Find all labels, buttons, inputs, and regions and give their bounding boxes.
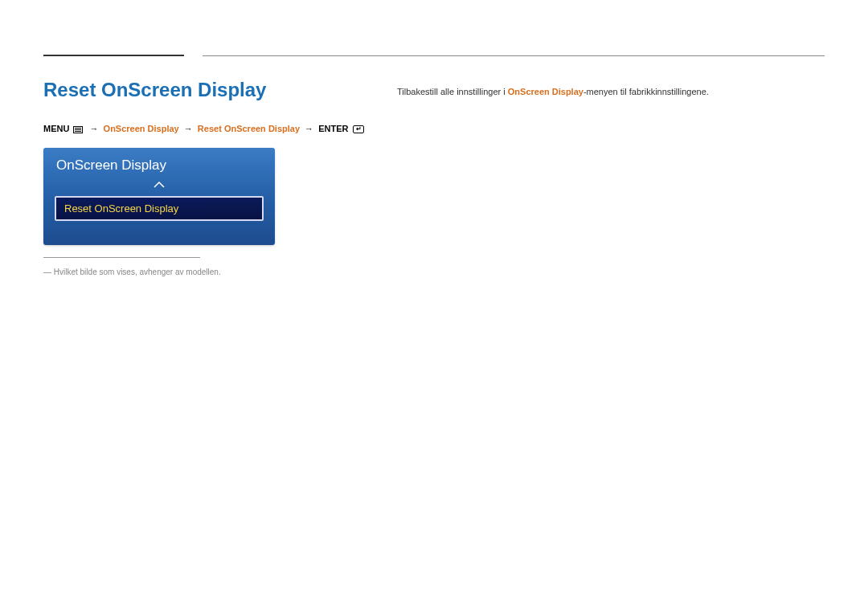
arrow-icon: → xyxy=(90,124,99,133)
breadcrumb-menu-label: MENU xyxy=(43,124,69,133)
section-title: Reset OnScreen Display xyxy=(43,79,365,101)
right-column: Tilbakestill alle innstillinger i OnScre… xyxy=(397,79,825,276)
arrow-icon: → xyxy=(184,124,193,133)
left-column: Reset OnScreen Display MENU → OnScreen D… xyxy=(43,79,365,276)
description-before: Tilbakestill alle innstillinger i xyxy=(397,87,508,96)
breadcrumb-path-2: Reset OnScreen Display xyxy=(198,124,300,133)
header-rule-left xyxy=(43,55,184,56)
footnote: ― Hvilket bilde som vises, avhenger av m… xyxy=(43,268,365,276)
menu-box-title: OnScreen Display xyxy=(43,148,275,180)
header-rule-right xyxy=(203,55,825,56)
menu-item-reset[interactable]: Reset OnScreen Display xyxy=(55,196,264,221)
enter-icon xyxy=(353,125,364,133)
menu-item-label: Reset OnScreen Display xyxy=(56,198,262,219)
breadcrumb-path-1: OnScreen Display xyxy=(104,124,179,133)
breadcrumb-enter-label: ENTER xyxy=(318,124,348,133)
menu-icon xyxy=(73,126,83,133)
footnote-rule xyxy=(43,257,200,258)
arrow-icon: → xyxy=(305,124,313,133)
description-highlighted: OnScreen Display xyxy=(508,87,583,96)
onscreen-display-menu: OnScreen Display Reset OnScreen Display xyxy=(43,148,275,245)
breadcrumb: MENU → OnScreen Display → Reset OnScreen… xyxy=(43,124,365,133)
description-after: -menyen til fabrikkinnstillingene. xyxy=(583,87,709,96)
description-text: Tilbakestill alle innstillinger i OnScre… xyxy=(397,85,825,99)
chevron-up-icon[interactable] xyxy=(43,180,275,196)
